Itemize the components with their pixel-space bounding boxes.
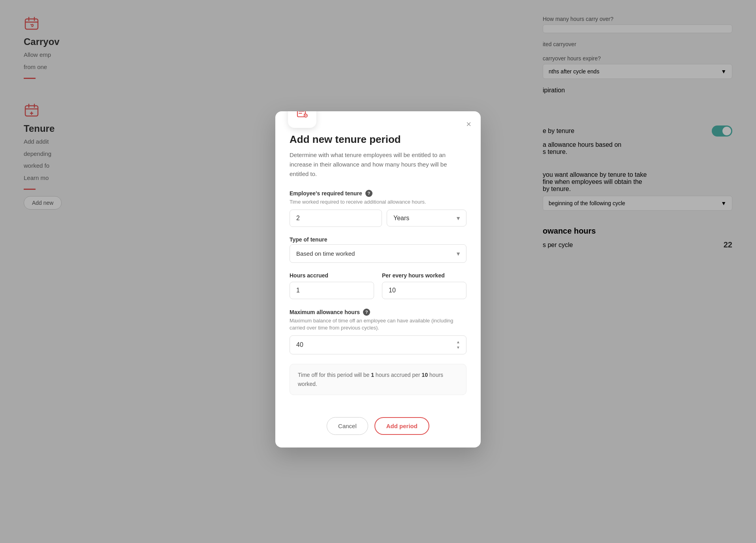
stepper-down-button[interactable]: ▼: [455, 345, 462, 350]
modal-body: Add new tenure period Determine with wha…: [275, 111, 481, 417]
modal-description: Determine with what tenure employees wil…: [290, 150, 466, 179]
max-allowance-input[interactable]: [290, 335, 466, 354]
add-period-button[interactable]: Add period: [374, 417, 429, 435]
tenure-number-input[interactable]: [290, 210, 382, 227]
modal-icon: [295, 111, 309, 122]
per-hours-input[interactable]: [382, 282, 466, 299]
stepper-up-button[interactable]: ▲: [455, 340, 462, 345]
max-help-icon[interactable]: ?: [363, 309, 370, 316]
max-allowance-label: Maximum allowance hours ?: [290, 309, 466, 316]
modal-overlay[interactable]: × Add new tenure period Determine with w…: [0, 0, 756, 543]
type-of-tenure-wrap: Based on time worked Based on hire date …: [290, 244, 466, 263]
per-hours-label: Per every hours worked: [382, 272, 466, 279]
info-box-text: Time off for this period will be 1 hours…: [298, 371, 458, 388]
hours-accrued-label: Hours accrued: [290, 272, 374, 279]
modal-dialog: × Add new tenure period Determine with w…: [275, 111, 481, 448]
tenure-input-row: Years Months Days ▼: [290, 210, 466, 227]
stepper-buttons: ▲ ▼: [455, 340, 462, 350]
hours-accrued-input[interactable]: [290, 282, 374, 299]
type-of-tenure-label: Type of tenure: [290, 236, 466, 243]
info-hours-accrued: 1: [371, 372, 374, 378]
tenure-help-icon[interactable]: ?: [365, 190, 372, 197]
hours-row: Hours accrued Per every hours worked: [290, 272, 466, 299]
per-hours-field: Per every hours worked: [382, 272, 466, 299]
max-allowance-desc: Maximum balance of time off an employee …: [290, 317, 466, 331]
modal-footer: Cancel Add period: [275, 417, 481, 448]
tenure-unit-wrap: Years Months Days ▼: [387, 210, 466, 227]
modal-title: Add new tenure period: [290, 133, 466, 146]
cancel-button[interactable]: Cancel: [327, 417, 368, 435]
type-of-tenure-select[interactable]: Based on time worked Based on hire date: [290, 244, 466, 263]
tenure-unit-select[interactable]: Years Months Days: [387, 210, 466, 227]
close-button[interactable]: ×: [465, 118, 473, 131]
tenure-field-label: Employee's required tenure ?: [290, 190, 466, 197]
tenure-sublabel: Time worked required to receive addition…: [290, 198, 466, 206]
modal-icon-wrap: [288, 111, 316, 128]
hours-accrued-field: Hours accrued: [290, 272, 374, 299]
info-per-hours: 10: [422, 372, 428, 378]
max-allowance-input-wrap: ▲ ▼: [290, 335, 466, 354]
info-box: Time off for this period will be 1 hours…: [290, 364, 466, 395]
